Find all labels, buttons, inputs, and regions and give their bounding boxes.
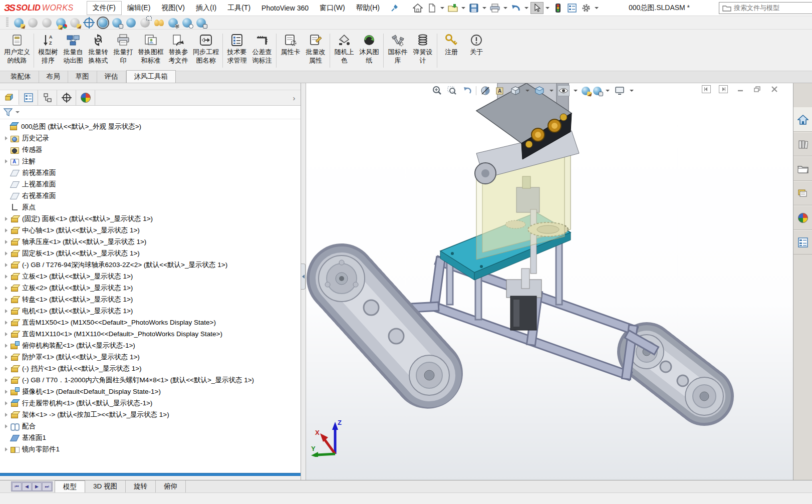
paste-appearance-icon[interactable]: [42, 18, 52, 28]
tree-item[interactable]: 轴承压座<1> (默认<<默认>_显示状态 1>): [0, 236, 301, 247]
print-caret[interactable]: [503, 7, 507, 9]
ribbon-batch-auto-drawing[interactable]: 批量自 动出图: [61, 32, 86, 70]
tab-pitch[interactable]: 俯仰: [156, 480, 186, 492]
displaymanager-tab[interactable]: [76, 90, 95, 105]
tree-item[interactable]: 电机<1> (默认<<默认>_显示状态 1>): [0, 305, 301, 317]
recall-last-render-icon[interactable]: [196, 18, 206, 28]
tree-item[interactable]: 固定板<1> (默认<<默认>_显示状态 1>): [0, 247, 301, 259]
integrated-preview-icon[interactable]: [84, 18, 94, 28]
tab-sketch[interactable]: 草图: [68, 71, 97, 83]
panel-splitter[interactable]: [301, 83, 306, 480]
ribbon-spring-design[interactable]: 弹簧设 计: [410, 32, 435, 70]
tree-item[interactable]: 基准面1: [0, 432, 301, 443]
options-caret[interactable]: [595, 7, 599, 9]
tree-item[interactable]: (-) GB / T70．1-2000内六角圆柱头螺钉M4×8<1> (默认<<…: [0, 374, 301, 386]
dimxpertmanager-tab[interactable]: [57, 90, 76, 105]
expand-arrow[interactable]: [2, 298, 10, 302]
ribbon-batch-print[interactable]: 批量打 印: [111, 32, 136, 70]
new-document-icon[interactable]: [425, 2, 438, 14]
menu-edit[interactable]: 编辑(E): [122, 2, 156, 15]
view-orientation-icon[interactable]: [509, 85, 521, 96]
expand-arrow[interactable]: [2, 263, 10, 267]
tree-item[interactable]: 防护罩<1> (默认<<默认>_显示状态 1>): [0, 351, 301, 363]
open-document-icon[interactable]: [446, 2, 459, 14]
tree-item[interactable]: 历史记录: [0, 132, 301, 144]
tree-item[interactable]: 镜向零部件1: [0, 443, 301, 455]
panel-flyout-chevron[interactable]: ›: [288, 90, 301, 105]
ribbon-about[interactable]: 关于: [464, 32, 489, 70]
tree-root[interactable]: 000总图 (默认<<默认>_外观 显示状态>): [0, 121, 301, 132]
view-settings-caret[interactable]: [630, 90, 634, 92]
ribbon-tolerance-query[interactable]: 公差查 询标注: [249, 32, 275, 70]
menu-file[interactable]: 文件(F): [87, 1, 122, 15]
undo-caret[interactable]: [524, 7, 528, 9]
expand-arrow[interactable]: [2, 240, 10, 244]
zoom-to-area-icon[interactable]: [446, 85, 458, 96]
expand-arrow[interactable]: [2, 275, 10, 279]
ribbon-mufeng-drawing[interactable]: 沐风图 纸: [357, 32, 382, 70]
expand-arrow[interactable]: [2, 251, 10, 256]
expand-arrow[interactable]: [2, 424, 10, 428]
design-library-icon[interactable]: [793, 132, 812, 156]
ribbon-batch-edit-properties[interactable]: 批量改 属性: [303, 32, 328, 70]
save-caret[interactable]: [482, 7, 486, 9]
schedule-render-icon[interactable]: [182, 18, 192, 28]
open-document-caret[interactable]: [461, 7, 465, 9]
ribbon-property-card[interactable]: 属性卡: [278, 32, 303, 70]
ribbon-sync-drawing-name[interactable]: 同步工程 图名称: [191, 32, 221, 70]
next-pane-icon[interactable]: [719, 85, 728, 93]
previous-tab-button[interactable]: ◀: [22, 482, 32, 491]
zoom-to-fit-icon[interactable]: [431, 85, 443, 96]
featuremanager-tab[interactable]: [0, 90, 19, 105]
expand-arrow[interactable]: [2, 286, 10, 290]
dynamic-annotation-views-icon[interactable]: A: [494, 85, 506, 96]
preview-window-icon[interactable]: [98, 18, 108, 28]
graphics-viewport[interactable]: A: [306, 83, 793, 480]
expand-arrow[interactable]: [2, 355, 10, 359]
toolbar-grip[interactable]: [6, 18, 9, 28]
view-settings-icon[interactable]: [614, 85, 626, 96]
render-region-icon[interactable]: [140, 18, 150, 28]
hide-show-items-icon[interactable]: [558, 85, 570, 96]
tree-item[interactable]: 转盘<1> (默认<<默认>_显示状态 1>): [0, 294, 301, 305]
expand-arrow[interactable]: [2, 228, 10, 232]
ribbon-random-color[interactable]: 随机上 色: [332, 32, 357, 70]
render-options-icon[interactable]: [168, 18, 178, 28]
display-style-icon[interactable]: [533, 85, 546, 96]
select-cursor-icon[interactable]: [530, 2, 544, 14]
tab-model[interactable]: 模型: [55, 480, 85, 492]
tree-item[interactable]: 架体<1> -> (默认<按加工><<默认>_显示状态 1>): [0, 409, 301, 420]
first-tab-button[interactable]: ⏮: [12, 482, 22, 491]
collapse-panel-tab[interactable]: [301, 264, 306, 290]
custom-properties-icon[interactable]: [793, 230, 812, 255]
tree-item[interactable]: 行走履带机构<1> (默认<默认_显示状态-1>): [0, 397, 301, 409]
tree-item[interactable]: 前视基准面: [0, 167, 301, 178]
copy-appearance-icon[interactable]: [28, 18, 38, 28]
expand-arrow[interactable]: [2, 309, 10, 313]
tab-layout[interactable]: 布局: [39, 71, 68, 83]
drive-motor[interactable]: [506, 269, 542, 330]
tab-rotate[interactable]: 旋转: [126, 480, 156, 492]
tree-item[interactable]: 直齿M1X110<1> (M1X110<<Default>_PhotoWorks…: [0, 328, 301, 340]
file-explorer-icon[interactable]: [793, 156, 812, 181]
tree-item[interactable]: (-) GB / T276-94深沟球轴承6203-2Z<2> (默认<<默认>…: [0, 259, 301, 271]
ribbon-gb-library[interactable]: 国标件 库: [385, 32, 410, 70]
search-box[interactable]: [719, 2, 812, 14]
tree-item[interactable]: 上视基准面: [0, 178, 301, 190]
ribbon-register[interactable]: 注册: [439, 32, 464, 70]
tree-item[interactable]: (固定) 面板<1> (默认<<默认>_显示状态 1>): [0, 213, 301, 224]
batch-render-icon[interactable]: [154, 18, 164, 28]
tree-item[interactable]: 配合: [0, 420, 301, 432]
close-icon[interactable]: [770, 85, 779, 93]
tree-item[interactable]: 原点: [0, 201, 301, 213]
menu-window[interactable]: 窗口(W): [314, 2, 351, 15]
tree-item[interactable]: 中心轴<1> (默认<<默认>_显示状态 1>): [0, 224, 301, 236]
tree-item[interactable]: 右视基准面: [0, 190, 301, 201]
ribbon-tech-requirements[interactable]: 技术要 求管理: [224, 32, 249, 70]
edit-decal-icon[interactable]: [70, 18, 80, 28]
next-tab-button[interactable]: ▶: [32, 482, 42, 491]
tab-3d-views[interactable]: 3D 视图: [85, 480, 126, 492]
new-document-caret[interactable]: [440, 7, 444, 9]
tab-evaluate[interactable]: 评估: [97, 71, 126, 83]
menu-tools[interactable]: 工具(T): [222, 2, 256, 15]
